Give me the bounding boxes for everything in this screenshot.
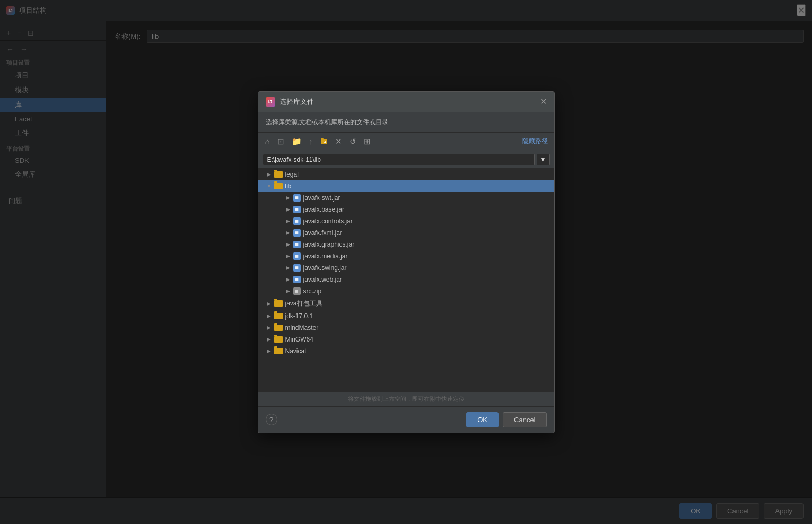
dialog-actions: OK Cancel bbox=[466, 412, 546, 427]
folder-icon-jdk17 bbox=[274, 313, 283, 319]
tree-item-legal[interactable]: ▶ legal bbox=[258, 169, 554, 180]
drop-hint: 将文件拖放到上方空间，即可在附中快速定位 bbox=[258, 391, 554, 406]
expander-javafx-media: ▶ bbox=[286, 253, 293, 259]
folder-new-button[interactable] bbox=[318, 136, 330, 147]
dialog-close-button[interactable]: ✕ bbox=[540, 98, 547, 106]
expander-javafx-swt: ▶ bbox=[286, 195, 293, 200]
folder-icon-navicat bbox=[274, 348, 283, 354]
expander-navicat: ▶ bbox=[267, 348, 274, 354]
dialog-title-row: IJ 选择库文件 bbox=[266, 97, 314, 107]
jar-icon-javafx-web: ▦ bbox=[293, 276, 301, 283]
jar-icon-javafx-fxml: ▦ bbox=[293, 229, 301, 237]
jar-icon-javafx-swing: ▦ bbox=[293, 264, 301, 272]
dialog-subtitle: 选择库类源,文档或本机库所在的文件或目录 bbox=[258, 112, 554, 133]
tree-item-jdk17[interactable]: ▶ jdk-17.0.1 bbox=[258, 310, 554, 322]
refresh-button[interactable]: ↺ bbox=[347, 136, 359, 147]
expander-javafx-fxml: ▶ bbox=[286, 230, 293, 235]
zip-icon-src: ▦ bbox=[293, 287, 301, 295]
expander-javafx-swing: ▶ bbox=[286, 265, 293, 270]
svg-rect-1 bbox=[321, 138, 324, 140]
tree-item-javafx-base[interactable]: ▶ ▦ javafx.base.jar bbox=[258, 204, 554, 215]
tree-item-mingw64[interactable]: ▶ MinGW64 bbox=[258, 334, 554, 345]
jar-icon-javafx-graphics: ▦ bbox=[293, 241, 301, 248]
expander-javafx-graphics: ▶ bbox=[286, 241, 293, 247]
dialog-cancel-button[interactable]: Cancel bbox=[503, 412, 546, 427]
dialog-ok-button[interactable]: OK bbox=[466, 412, 499, 427]
dialog-app-icon: IJ bbox=[266, 97, 275, 107]
path-dropdown-button[interactable]: ▼ bbox=[537, 154, 550, 165]
path-bar: ▼ bbox=[258, 151, 554, 169]
delete-button[interactable]: ✕ bbox=[333, 136, 345, 147]
tree-item-lib[interactable]: ▼ lib bbox=[258, 180, 554, 192]
tree-item-javafx-fxml[interactable]: ▶ ▦ javafx.fxml.jar bbox=[258, 227, 554, 239]
tree-item-navicat[interactable]: ▶ Navicat bbox=[258, 345, 554, 357]
folder-icon-lib bbox=[274, 183, 283, 189]
tree-item-javafx-swt[interactable]: ▶ ▦ javafx-swt.jar bbox=[258, 192, 554, 204]
select-library-dialog: IJ 选择库文件 ✕ 选择库类源,文档或本机库所在的文件或目录 ⌂ ⊡ 📁 ↑ bbox=[258, 91, 555, 433]
home-button[interactable]: ⌂ bbox=[263, 136, 273, 147]
jar-icon-javafx-swt: ▦ bbox=[293, 194, 301, 202]
tree-item-java-tools[interactable]: ▶ java打包工具 bbox=[258, 297, 554, 310]
jar-icon-javafx-base: ▦ bbox=[293, 206, 301, 213]
expander-mingw64: ▶ bbox=[267, 336, 274, 342]
folder-icon-mindmaster bbox=[274, 325, 283, 331]
file-toolbar: ⌂ ⊡ 📁 ↑ ✕ ↺ ⊞ 隐藏路径 bbox=[258, 133, 554, 151]
tree-item-javafx-graphics[interactable]: ▶ ▦ javafx.graphics.jar bbox=[258, 239, 554, 250]
file-tree[interactable]: ▶ legal ▼ lib ▶ ▦ javafx-swt.jar ▶ ▦ jav… bbox=[258, 169, 554, 391]
dialog-footer: ? OK Cancel bbox=[258, 406, 554, 433]
tree-item-javafx-controls[interactable]: ▶ ▦ javafx.controls.jar bbox=[258, 215, 554, 227]
expander-javafx-base: ▶ bbox=[286, 206, 293, 212]
tree-item-javafx-swing[interactable]: ▶ ▦ javafx.swing.jar bbox=[258, 262, 554, 274]
tree-item-javafx-media[interactable]: ▶ ▦ javafx.media.jar bbox=[258, 250, 554, 262]
expander-javafx-web: ▶ bbox=[286, 276, 293, 282]
dialog-title: 选择库文件 bbox=[280, 97, 314, 107]
jar-icon-javafx-media: ▦ bbox=[293, 252, 301, 260]
tree-item-src-zip[interactable]: ▶ ▦ src.zip bbox=[258, 285, 554, 297]
path-input[interactable] bbox=[263, 154, 535, 165]
expander-jdk17: ▶ bbox=[267, 313, 274, 319]
expander-src-zip: ▶ bbox=[286, 288, 293, 294]
help-button[interactable]: ? bbox=[266, 414, 277, 425]
network-button[interactable]: ⊞ bbox=[361, 136, 373, 147]
jar-icon-javafx-controls: ▦ bbox=[293, 217, 301, 225]
tree-item-javafx-web[interactable]: ▶ ▦ javafx.web.jar bbox=[258, 274, 554, 285]
expander-legal: ▶ bbox=[267, 171, 274, 177]
dialog-header: IJ 选择库文件 ✕ bbox=[258, 92, 554, 112]
folder-icon-java-tools bbox=[274, 300, 283, 307]
expander-java-tools: ▶ bbox=[267, 301, 274, 307]
folder-icon-legal bbox=[274, 171, 283, 178]
modal-overlay: IJ 选择库文件 ✕ 选择库类源,文档或本机库所在的文件或目录 ⌂ ⊡ 📁 ↑ bbox=[0, 0, 812, 524]
folder-up-button[interactable]: ↑ bbox=[307, 136, 316, 147]
expander-mindmaster: ▶ bbox=[267, 325, 274, 330]
folder-icon-mingw64 bbox=[274, 336, 283, 343]
hide-path-button[interactable]: 隐藏路径 bbox=[520, 136, 550, 147]
desktop-button[interactable]: ⊡ bbox=[275, 136, 287, 147]
expander-javafx-controls: ▶ bbox=[286, 218, 293, 224]
folder-open-button[interactable]: 📁 bbox=[289, 136, 304, 147]
expander-lib: ▼ bbox=[267, 183, 274, 189]
tree-item-mindmaster[interactable]: ▶ mindMaster bbox=[258, 322, 554, 334]
